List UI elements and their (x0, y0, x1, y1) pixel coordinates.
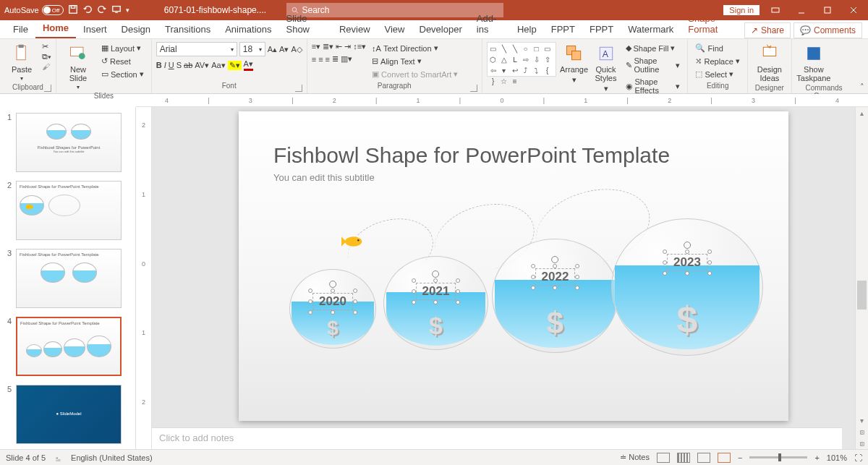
present-icon[interactable] (111, 4, 122, 17)
justify-icon[interactable]: ≣ (332, 54, 339, 64)
autosave-toggle[interactable]: AutoSave Off (4, 5, 64, 15)
tab-home[interactable]: Home (35, 20, 76, 38)
reading-view-icon[interactable] (697, 453, 710, 463)
highlight-button[interactable]: ✎▾ (228, 61, 242, 70)
paste-button[interactable]: Paste▾ (4, 42, 39, 83)
dialog-launcher-icon[interactable] (470, 85, 477, 92)
fishbowl-2022[interactable]: $ 2022 (492, 239, 618, 353)
year-label-2022[interactable]: 2022 (535, 268, 576, 286)
next-slide-icon[interactable]: ⦻ (856, 438, 868, 449)
slide-canvas[interactable]: Fishbowl Shape for PowerPoint Template Y… (152, 107, 855, 449)
year-label-2021[interactable]: 2021 (416, 283, 456, 300)
slide-counter[interactable]: Slide 4 of 5 (6, 453, 46, 462)
spacing-button[interactable]: AV▾ (195, 61, 209, 70)
fit-to-window-icon[interactable]: ⛶ (854, 453, 862, 462)
slide-thumbnails-panel[interactable]: 1 Fishbowl Shapes for PowerPoint You can… (0, 107, 136, 449)
change-case-button[interactable]: Aa▾ (211, 61, 225, 70)
prev-slide-icon[interactable]: ⦻ (856, 426, 868, 438)
fishbowl-2021[interactable]: $ 2021 (383, 256, 488, 350)
shape-fill-button[interactable]: ◆ Shape Fill ▾ (623, 42, 684, 54)
fishbowl-2023[interactable]: $ 2023 (611, 218, 763, 356)
bullets-icon[interactable]: ≡▾ (312, 42, 320, 51)
bold-button[interactable]: B (156, 61, 162, 69)
dialog-launcher-icon[interactable] (44, 85, 51, 92)
italic-button[interactable]: I (164, 61, 166, 69)
dialog-launcher-icon[interactable] (295, 85, 302, 92)
current-slide[interactable]: Fishbowl Shape for PowerPoint Template Y… (239, 111, 788, 421)
tab-design[interactable]: Design (114, 21, 158, 38)
language-status[interactable]: English (United States) (71, 453, 153, 462)
thumbnail-2[interactable]: Fishbowl Shape for PowerPoint Template (16, 181, 122, 240)
ribbon-display-icon[interactable] (765, 3, 786, 17)
line-spacing-icon[interactable]: ↕≡▾ (353, 42, 366, 51)
numbering-icon[interactable]: ≣▾ (323, 42, 333, 51)
slide-title[interactable]: Fishbowl Shape for PowerPoint Template (273, 143, 670, 168)
tab-transitions[interactable]: Transitions (158, 21, 218, 38)
sorter-view-icon[interactable] (677, 453, 690, 463)
close-icon[interactable] (843, 3, 864, 17)
increase-font-icon[interactable]: A▴ (268, 45, 277, 54)
tab-shape-format[interactable]: Shape Format (681, 10, 744, 38)
design-ideas-button[interactable]: Design Ideas (752, 42, 787, 84)
rotate-handle-icon[interactable] (684, 242, 691, 249)
indent-right-icon[interactable]: ⇥ (344, 42, 351, 51)
slideshow-view-icon[interactable] (718, 453, 731, 463)
comments-button[interactable]: 💬 Comments (793, 22, 862, 38)
slide-subtitle[interactable]: You can edit this subtitle (273, 172, 375, 183)
tab-file[interactable]: File (6, 21, 35, 38)
tab-review[interactable]: Review (332, 21, 378, 38)
tab-addins[interactable]: Add-ins (469, 10, 510, 38)
thumbnail-1[interactable]: Fishbowl Shapes for PowerPoint You can e… (16, 113, 122, 172)
clear-format-icon[interactable]: A◇ (291, 45, 302, 54)
layout-button[interactable]: ▦ Layout ▾ (98, 42, 147, 54)
tab-insert[interactable]: Insert (76, 21, 114, 38)
qat-more-icon[interactable]: ▾ (126, 7, 129, 14)
undo-icon[interactable] (82, 4, 93, 17)
find-button[interactable]: 🔍 Find (692, 42, 742, 54)
align-center-icon[interactable]: ≡ (318, 55, 323, 64)
zoom-slider[interactable] (749, 456, 807, 458)
section-button[interactable]: ▭ Section ▾ (98, 68, 147, 80)
tab-view[interactable]: View (378, 21, 412, 38)
rotate-handle-icon[interactable] (432, 270, 439, 278)
cut-icon[interactable]: ✂ (42, 42, 51, 51)
tab-developer[interactable]: Developer (412, 21, 469, 38)
select-button[interactable]: ⬚ Select ▾ (692, 68, 742, 80)
font-color-button[interactable]: A▾ (244, 59, 253, 71)
align-right-icon[interactable]: ≡ (326, 55, 330, 64)
collapse-ribbon-icon[interactable]: ˄ (856, 39, 868, 93)
shadow-button[interactable]: S (176, 61, 182, 69)
zoom-out-icon[interactable]: − (738, 453, 742, 462)
reset-button[interactable]: ↺ Reset (98, 55, 147, 67)
tab-animations[interactable]: Animations (218, 21, 278, 38)
year-label-2023[interactable]: 2023 (667, 254, 707, 271)
fishbowl-2020[interactable]: $ 2020 (289, 269, 376, 349)
text-direction-button[interactable]: ↕A Text Direction ▾ (369, 42, 461, 54)
thumbnail-3[interactable]: Fishbowl Shape for PowerPoint Template (16, 249, 122, 308)
shape-effects-button[interactable]: ◉ Shape Effects ▾ (623, 76, 684, 96)
thumbnail-5[interactable]: ● SlideModel (16, 385, 122, 444)
font-size-combo[interactable]: 18▾ (239, 42, 265, 56)
zoom-level[interactable]: 101% (827, 453, 847, 462)
underline-button[interactable]: U (169, 61, 174, 69)
shape-outline-button[interactable]: ✎ Shape Outline ▾ (623, 55, 684, 75)
rotate-handle-icon[interactable] (551, 256, 558, 263)
maximize-icon[interactable] (817, 3, 838, 17)
tab-watermark[interactable]: Watermark (621, 21, 681, 38)
tab-help[interactable]: Help (510, 21, 544, 38)
replace-button[interactable]: ⤭ Replace ▾ (692, 55, 742, 67)
align-text-button[interactable]: ⊟ Align Text ▾ (369, 55, 461, 67)
notes-pane[interactable]: Click to add notes (152, 427, 842, 449)
accessibility-icon[interactable]: ⎁ (56, 453, 61, 462)
save-icon[interactable] (68, 4, 78, 17)
tab-fppt2[interactable]: FPPT (582, 21, 621, 38)
share-button[interactable]: ↗ Share (744, 22, 791, 38)
indent-left-icon[interactable]: ⇤ (336, 42, 342, 51)
redo-icon[interactable] (97, 4, 107, 17)
normal-view-icon[interactable] (657, 453, 670, 463)
align-left-icon[interactable]: ≡ (312, 55, 316, 64)
font-name-combo[interactable]: Arial▾ (156, 42, 237, 56)
zoom-in-icon[interactable]: + (814, 453, 819, 462)
rotate-handle-icon[interactable] (329, 281, 336, 288)
scroll-up-icon[interactable]: ▴ (856, 107, 868, 119)
